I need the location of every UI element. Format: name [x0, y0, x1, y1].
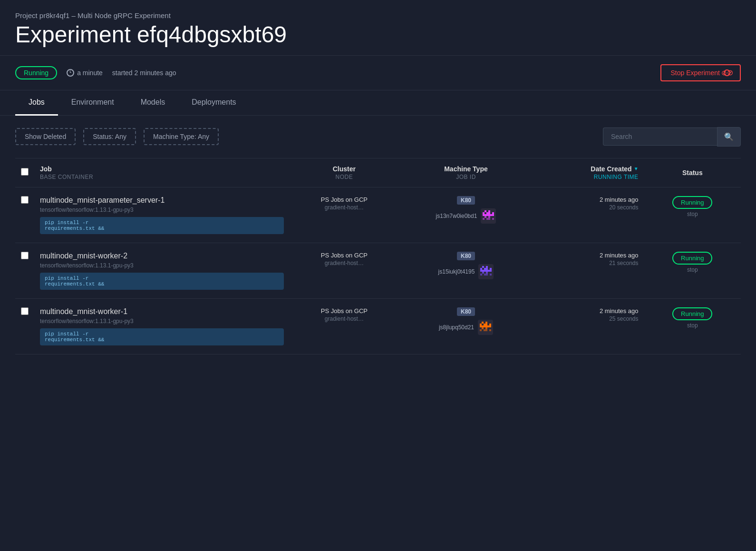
job-running-badge: Running [672, 196, 712, 209]
cluster-name: PS Jobs on GCP [295, 196, 393, 203]
header-cluster: Cluster NODE [290, 158, 398, 187]
header-job: Job Base container [34, 158, 290, 187]
job-name: multinode_mnist-worker-2 [40, 252, 284, 260]
tab-deployments[interactable]: Deployments [178, 90, 249, 116]
machine-cell: K80 js8jlupq50d21 [399, 298, 533, 354]
avatar-icon [481, 208, 496, 224]
machine-cell: K80 js15iukj0t4195 [399, 243, 533, 298]
svg-rect-29 [489, 324, 491, 325]
date-cell: 2 minutes ago 20 seconds [533, 187, 644, 243]
status-filter-button[interactable]: Status: Any [83, 128, 136, 145]
experiment-title: Experiment efq4dbgsxbt69 [15, 22, 741, 48]
status-bar: Running a minute started 2 minutes ago S… [0, 56, 756, 90]
date-cell: 2 minutes ago 21 seconds [533, 243, 644, 298]
job-id: js15iukj0t4195 [438, 268, 475, 275]
row-checkbox[interactable] [21, 252, 29, 259]
svg-rect-18 [480, 270, 492, 272]
stop-button-label: Stop Experiment [671, 69, 720, 77]
duration-text: a minute [77, 69, 103, 77]
cluster-cell: PS Jobs on GCP gradient-host… [290, 187, 398, 243]
jobs-table-container: Job Base container Cluster NODE Machine … [0, 158, 756, 354]
job-cell: multinode_mnist-worker-2 tensorflow/tens… [34, 243, 290, 298]
table-row: multinode_mnist-worker-1 tensorflow/tens… [15, 298, 741, 354]
svg-rect-13 [482, 266, 484, 268]
tab-models[interactable]: Models [127, 90, 179, 116]
svg-rect-31 [482, 327, 484, 329]
svg-rect-35 [489, 329, 491, 331]
search-input[interactable] [603, 128, 717, 146]
svg-rect-22 [484, 274, 488, 276]
stop-job-link[interactable]: stop [687, 211, 698, 217]
job-cell: multinode_mnist-parameter_server-1 tenso… [34, 187, 290, 243]
cluster-node: gradient-host… [295, 260, 393, 266]
job-image: tensorflow/tensorflow:1.13.1-gpu-py3 [40, 318, 284, 325]
search-wrapper: 🔍 [603, 127, 741, 147]
job-running-badge: Running [672, 252, 712, 265]
clock-icon [67, 69, 74, 77]
svg-rect-21 [480, 274, 482, 276]
svg-rect-14 [486, 266, 488, 268]
machine-cell: K80 js13n7w0ie0bd1 [399, 187, 533, 243]
select-all-checkbox[interactable] [21, 168, 29, 176]
svg-rect-9 [483, 218, 485, 220]
job-cmd: pip install -r requirements.txt && [40, 217, 284, 234]
cluster-node: gradient-host… [295, 315, 393, 322]
job-image: tensorflow/tensorflow:1.13.1-gpu-py3 [40, 262, 284, 269]
svg-rect-32 [485, 327, 487, 329]
cluster-cell: PS Jobs on GCP gradient-host… [290, 298, 398, 354]
svg-rect-20 [486, 272, 488, 274]
svg-rect-4 [486, 212, 490, 214]
svg-rect-1 [485, 210, 486, 212]
page-header: Project pr8kr4qf1 – Multi Node gRPC Expe… [0, 0, 756, 56]
stop-job-link[interactable]: stop [687, 322, 698, 329]
run-time: 21 seconds [539, 260, 638, 266]
job-running-badge: Running [672, 307, 712, 320]
row-checkbox[interactable] [21, 307, 29, 315]
show-deleted-button[interactable]: Show Deleted [15, 128, 76, 145]
header-status: Status [644, 158, 741, 187]
cluster-name: PS Jobs on GCP [295, 252, 393, 259]
row-checkbox-cell [15, 243, 34, 298]
status-cell: Running stop [644, 187, 741, 243]
running-status-wrapper: Running stop [650, 307, 735, 329]
sort-arrow-icon: ▼ [634, 166, 639, 171]
header-checkbox-col [15, 158, 34, 187]
svg-rect-8 [488, 216, 490, 218]
job-id: js13n7w0ie0bd1 [436, 213, 477, 219]
svg-rect-33 [480, 329, 482, 331]
date-ago: 2 minutes ago [539, 307, 638, 315]
row-checkbox[interactable] [21, 196, 29, 204]
svg-rect-3 [483, 212, 485, 214]
filters-bar: Show Deleted Status: Any Machine Type: A… [0, 116, 756, 158]
header-date-created[interactable]: Date Created ▼ Running Time [533, 158, 644, 187]
table-header-row: Job Base container Cluster NODE Machine … [15, 158, 741, 187]
svg-rect-19 [482, 272, 484, 274]
date-cell: 2 minutes ago 25 seconds [533, 298, 644, 354]
svg-rect-16 [484, 268, 488, 270]
machine-type-filter-button[interactable]: Machine Type: Any [144, 128, 219, 145]
run-time: 25 seconds [539, 315, 638, 322]
machine-type-badge: K80 [457, 252, 475, 260]
avatar-icon [478, 320, 493, 335]
svg-rect-15 [480, 268, 482, 270]
status-cell: Running stop [644, 243, 741, 298]
stop-experiment-button[interactable]: Stop Experiment ⊘ [660, 64, 741, 81]
svg-rect-7 [485, 216, 486, 218]
search-button[interactable]: 🔍 [717, 127, 741, 147]
job-id: js8jlupq50d21 [439, 324, 474, 331]
svg-rect-5 [492, 212, 494, 214]
tab-jobs[interactable]: Jobs [15, 90, 58, 116]
tab-environment[interactable]: Environment [58, 90, 127, 116]
cluster-cell: PS Jobs on GCP gradient-host… [290, 243, 398, 298]
running-status-wrapper: Running stop [650, 252, 735, 273]
duration-display: a minute [67, 69, 103, 77]
svg-rect-34 [484, 329, 487, 331]
job-name: multinode_mnist-parameter_server-1 [40, 196, 284, 205]
svg-rect-10 [486, 218, 490, 220]
stop-job-link[interactable]: stop [687, 266, 698, 273]
header-machine-type: Machine Type JOB ID [399, 158, 533, 187]
date-ago: 2 minutes ago [539, 252, 638, 259]
svg-rect-25 [482, 322, 484, 324]
svg-rect-30 [480, 325, 491, 327]
table-row: multinode_mnist-parameter_server-1 tenso… [15, 187, 741, 243]
